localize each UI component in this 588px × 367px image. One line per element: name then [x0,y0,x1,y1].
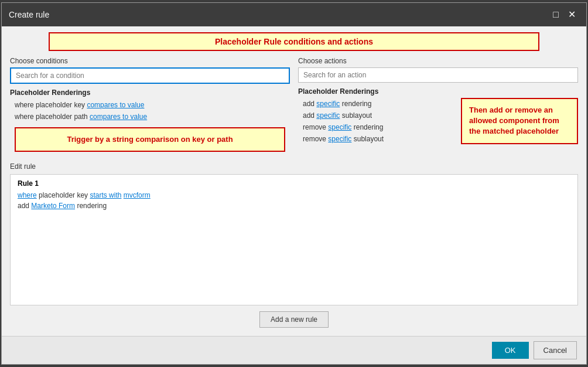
condition-link-2[interactable]: compares to value [90,113,147,121]
title-bar: Create rule □ ✕ [2,3,586,26]
actions-list: add specific rendering add specific subl… [298,98,456,145]
action-prefix-3: remove [303,123,328,131]
rule-marketo-link[interactable]: Marketo Form [31,202,75,210]
conditions-callout: Trigger by a string comparison on key or… [15,127,285,152]
condition-link-1[interactable]: compares to value [87,101,144,109]
actions-callout: Then add or remove an allowed component … [461,98,578,144]
title-bar-controls: □ ✕ [549,9,579,21]
actions-search-input[interactable] [298,67,578,83]
rule-line-2: add Marketo Form rendering [18,202,570,210]
action-link-3[interactable]: specific [328,123,351,131]
right-panel-inner: add specific rendering add specific subl… [298,98,578,145]
action-suffix-4: sublayout [351,135,384,143]
maximize-button[interactable]: □ [549,9,562,21]
rule-mvcform-link[interactable]: mvcform [124,191,151,199]
rule-where-link[interactable]: where [18,191,37,199]
action-link-1[interactable]: specific [316,100,340,108]
rule-line-2-suffix: rendering [75,202,107,210]
action-item-3: remove specific rendering [298,121,456,133]
dialog-footer: OK Cancel [2,336,586,364]
action-suffix-2: sublayout [340,111,372,120]
condition-prefix-1: where placeholder key [15,101,87,109]
action-suffix-3: rendering [351,123,383,131]
rule-title: Rule 1 [18,179,570,188]
dialog-title: Create rule [9,10,49,19]
ok-button[interactable]: OK [492,342,529,359]
action-item-1: add specific rendering [298,98,456,110]
condition-item-1: where placeholder key compares to value [10,99,290,111]
conditions-search-input[interactable] [10,67,290,84]
action-prefix-2: add [303,111,316,120]
edit-rule-label: Edit rule [10,162,578,171]
conditions-panel: Choose conditions Placeholder Renderings… [10,57,290,157]
actions-section-header: Placeholder Renderings [298,87,578,96]
action-item-4: remove specific sublayout [298,133,456,145]
condition-prefix-2: where placeholder path [15,113,90,121]
conditions-section-header: Placeholder Renderings [10,89,290,97]
action-link-2[interactable]: specific [316,111,340,120]
top-panels: Choose conditions Placeholder Renderings… [10,57,578,157]
action-link-4[interactable]: specific [328,135,351,143]
create-rule-dialog: Create rule □ ✕ Placeholder Rule conditi… [1,2,587,365]
rule-line-1: where placeholder key starts with mvcfor… [18,191,570,199]
action-suffix-1: rendering [340,100,371,108]
add-rule-button[interactable]: Add a new rule [259,311,329,328]
rule-line-2-prefix: add [18,202,31,210]
action-item-2: add specific sublayout [298,110,456,121]
close-button[interactable]: ✕ [565,9,579,21]
dialog-body: Choose conditions Placeholder Renderings… [2,57,586,336]
conditions-label: Choose conditions [10,57,290,65]
actions-panel: Choose actions Placeholder Renderings ad… [298,57,578,157]
actions-label: Choose actions [298,57,578,65]
rule-starts-with-link[interactable]: starts with [90,191,121,199]
condition-item-2: where placeholder path compares to value [10,111,290,123]
action-prefix-4: remove [303,135,328,143]
cancel-button[interactable]: Cancel [534,341,577,359]
banner: Placeholder Rule conditions and actions [49,32,539,51]
edit-rule-section: Rule 1 where placeholder key starts with… [10,174,578,305]
title-bar-left: Create rule [9,10,49,19]
rule-line-1-mid: placeholder key [37,191,90,199]
add-rule-footer: Add a new rule [10,305,578,330]
action-prefix-1: add [303,100,316,108]
